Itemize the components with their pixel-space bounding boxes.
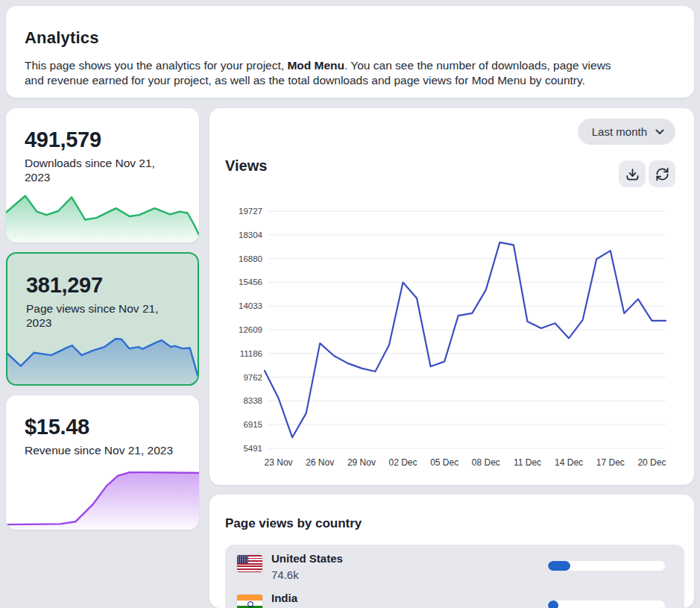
page-title: Analytics [25,28,99,48]
page-views-by-country-title: Page views by country [225,516,362,531]
downloads-sparkline [6,189,199,242]
revenue-value: $15.48 [25,415,89,439]
svg-text:8338: 8338 [243,396,262,405]
svg-text:5491: 5491 [243,444,262,453]
page-views-sparkline [7,327,198,385]
page-description: This page shows you the analytics for yo… [25,58,684,87]
description-suffix-line1: . You can see the number of downloads, p… [344,59,611,72]
country-name: United States [271,552,343,565]
header-card: Analytics This page shows you the analyt… [6,6,694,98]
downloads-label: Downloads since Nov 21, 2023 [25,156,177,184]
views-line-chart: 1972718304168801545614033126091118697628… [209,108,694,485]
page-views-by-country-card: Page views by country United States 74.6… [209,495,694,608]
stat-card-page-views[interactable]: 381,297 Page views since Nov 21, 2023 [6,252,199,386]
country-row-united-states: United States 74.6k [225,552,684,592]
progress-track [548,601,665,608]
svg-text:15456: 15456 [239,278,262,286]
views-chart-card: Last month Views 19727183041688015456140… [209,108,694,485]
svg-text:14033: 14033 [239,301,262,310]
us-flag-icon [237,555,262,572]
revenue-label: Revenue since Nov 21, 2023 [25,443,177,457]
svg-text:02 Dec: 02 Dec [388,457,417,468]
svg-text:11186: 11186 [240,349,262,358]
svg-text:18304: 18304 [239,231,263,239]
svg-text:16880: 16880 [239,254,262,263]
svg-text:6915: 6915 [243,420,262,429]
page-views-value: 381,297 [26,273,103,298]
svg-text:12609: 12609 [239,325,262,334]
svg-text:9762: 9762 [243,373,262,382]
svg-text:14 Dec: 14 Dec [555,457,583,468]
progress-track [548,561,665,571]
project-name: Mod Menu [287,59,344,72]
analytics-page: Analytics This page shows you the analyt… [0,0,700,608]
description-suffix-line2: and revenue earned for your project, as … [25,74,585,87]
stat-card-downloads[interactable]: 491,579 Downloads since Nov 21, 2023 [6,108,199,242]
svg-text:05 Dec: 05 Dec [430,457,458,468]
country-list: United States 74.6k India [225,545,684,608]
description-prefix: This page shows you the analytics for yo… [25,59,287,72]
downloads-value: 491,579 [25,128,101,152]
country-value: 74.6k [271,568,299,581]
country-row-india: India [225,592,684,608]
progress-fill [548,601,558,608]
revenue-sparkline [6,467,199,530]
svg-text:20 Dec: 20 Dec [637,457,666,468]
country-name: India [271,592,297,604]
svg-text:23 Nov: 23 Nov [265,457,293,468]
progress-fill [548,561,570,571]
stat-card-revenue[interactable]: $15.48 Revenue since Nov 21, 2023 [6,395,199,530]
svg-text:17 Dec: 17 Dec [596,457,625,468]
svg-text:29 Nov: 29 Nov [347,457,376,468]
india-flag-icon [237,595,262,608]
svg-text:08 Dec: 08 Dec [472,457,500,468]
page-views-label: Page views since Nov 21, 2023 [26,301,178,330]
svg-text:19727: 19727 [239,207,262,216]
svg-text:26 Nov: 26 Nov [306,457,334,468]
svg-text:11 Dec: 11 Dec [514,457,541,468]
